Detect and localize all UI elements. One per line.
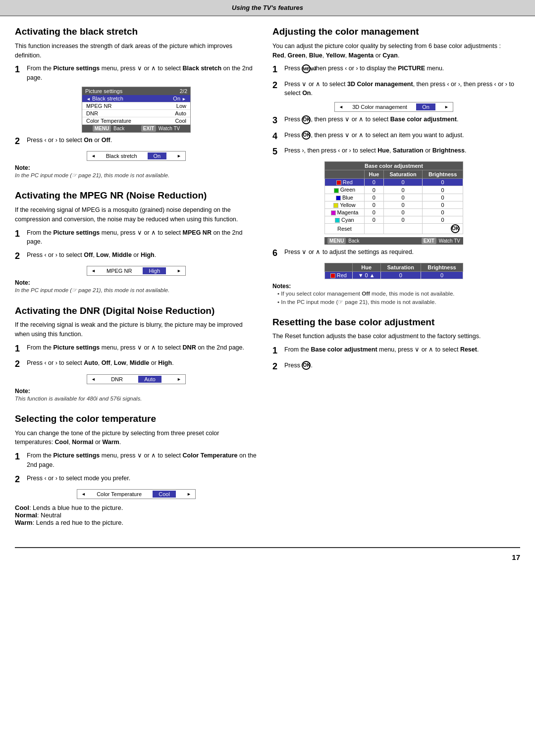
table-row-green: Green 0 0 0 bbox=[325, 186, 463, 194]
step-cm-2: 2 Press ∨ or ∧ to select 3D Color manage… bbox=[272, 80, 515, 99]
section-black-stretch: Activating the black stretch This functi… bbox=[15, 26, 258, 179]
step-text: Press ∨ or ∧ to select 3D Color manageme… bbox=[284, 80, 515, 99]
section-body-mpeg-nr: If the receiving signal of MPEG is a mos… bbox=[15, 205, 258, 224]
right-column: Adjusting the color management You can a… bbox=[272, 26, 515, 537]
step-num: 2 bbox=[15, 474, 24, 485]
table-title: Base color adjustment bbox=[325, 162, 463, 170]
step-text: Press OK, then press ∨ or ∧ to select Ba… bbox=[284, 115, 515, 124]
step-num: 2 bbox=[15, 251, 24, 262]
section-title-black-stretch: Activating the black stretch bbox=[15, 26, 258, 38]
menu-row-color-temp: Color Temperature Cool bbox=[82, 117, 190, 125]
section-body-black-stretch: This function increases the strength of … bbox=[15, 42, 258, 60]
step-cm-4: 4 Press OK, then press ∨ or ∧ to select … bbox=[272, 131, 515, 142]
section-body-color-temp: You can change the tone of the picture b… bbox=[15, 429, 258, 448]
step-text: Press ‹ or › to select Off, Low, Middle … bbox=[27, 251, 258, 260]
step-text: From the Picture settings menu, press ∨ … bbox=[27, 451, 258, 470]
left-column: Activating the black stretch This functi… bbox=[15, 26, 258, 537]
3d-color-mgmt-box: ◄ 3D Color management On ► bbox=[334, 102, 453, 112]
notes-color-management: Notes: • If you select color management … bbox=[272, 282, 515, 305]
step-text: From the Picture settings menu, press ∨ … bbox=[27, 228, 258, 247]
color-temp-select-box: ◄ Color Temperature Cool ► bbox=[77, 489, 196, 499]
section-color-management: Adjusting the color management You can a… bbox=[272, 26, 515, 306]
table-row-yellow: Yellow 0 0 0 bbox=[325, 201, 463, 208]
step-num: 3 bbox=[272, 115, 281, 126]
step-mpeg-nr-2: 2 Press ‹ or › to select Off, Low, Middl… bbox=[15, 251, 258, 262]
section-body-reset: The Reset function adjusts the base colo… bbox=[272, 332, 515, 341]
section-body-color-management: You can adjust the picture color quality… bbox=[272, 42, 515, 60]
step-num: 6 bbox=[272, 248, 281, 259]
page-number: 17 bbox=[0, 548, 535, 566]
black-stretch-select-box: ◄ Black stretch On ► bbox=[87, 151, 186, 161]
menu-footer: MENU Back EXIT Watch TV bbox=[82, 125, 190, 132]
menu-row-dnr: DNR Auto bbox=[82, 110, 190, 117]
step-text: From the Base color adjustment menu, pre… bbox=[284, 345, 515, 354]
menu-title: Picture settings 2/2 bbox=[82, 87, 190, 95]
menu-row-black-stretch: Black stretch On bbox=[82, 95, 190, 102]
step-text: From the Picture settings menu, press ∨ … bbox=[27, 64, 258, 83]
note-mpeg-nr: Note: In the PC input mode (☞ page 21), … bbox=[15, 279, 258, 294]
step-text: Press MENU, then press ‹ or › to display… bbox=[284, 64, 515, 73]
header-title: Using the TV's features bbox=[232, 4, 303, 11]
color-table-footer: MENU Back EXIT Watch TV bbox=[324, 237, 463, 245]
section-mpeg-nr: Activating the MPEG NR (Noise Reduction)… bbox=[15, 190, 258, 294]
section-color-temp: Selecting the color temperature You can … bbox=[15, 413, 258, 526]
section-body-dnr: If the receiving signal is weak and the … bbox=[15, 320, 258, 339]
step-num: 2 bbox=[272, 361, 281, 372]
step-text: Press ‹ or › to select Auto, Off, Low, M… bbox=[27, 358, 258, 368]
step-num: 2 bbox=[15, 358, 24, 370]
step-text: Press ‹ or › to select On or Off. bbox=[27, 136, 258, 145]
table-row-magenta: Magenta 0 0 0 bbox=[325, 208, 463, 216]
step-black-stretch-2: 2 Press ‹ or › to select On or Off. bbox=[15, 136, 258, 147]
step-num: 1 bbox=[272, 64, 281, 75]
menu-row-mpeg-nr: MPEG NR Low bbox=[82, 102, 190, 110]
page-header: Using the TV's features bbox=[0, 0, 535, 16]
picture-settings-menu: Picture settings 2/2 Black stretch On MP… bbox=[82, 87, 191, 133]
dnr-select-box: ◄ DNR Auto ► bbox=[87, 374, 186, 384]
step-reset-2: 2 Press OK. bbox=[272, 361, 515, 372]
section-title-mpeg-nr: Activating the MPEG NR (Noise Reduction) bbox=[15, 190, 258, 202]
step-text: Press OK, then press ∨ or ∧ to select an… bbox=[284, 131, 515, 140]
color-temp-descriptions: Cool: Lends a blue hue to the picture. N… bbox=[15, 504, 258, 526]
step-color-temp-2: 2 Press ‹ or › to select mode you prefer… bbox=[15, 474, 258, 485]
step-cm-3: 3 Press OK, then press ∨ or ∧ to select … bbox=[272, 115, 515, 126]
color-row-red: Red ▼ 0 ▲ 0 0 bbox=[325, 272, 463, 279]
step-num: 1 bbox=[15, 343, 24, 354]
section-reset-base-color: Resetting the base color adjustment The … bbox=[272, 317, 515, 372]
step-mpeg-nr-1: 1 From the Picture settings menu, press … bbox=[15, 228, 258, 247]
step-num: 2 bbox=[272, 80, 281, 91]
step-num: 5 bbox=[272, 146, 281, 157]
section-title-color-management: Adjusting the color management bbox=[272, 26, 515, 38]
step-cm-5: 5 Press ›, then press ‹ or › to select H… bbox=[272, 146, 515, 157]
step-text: Press ›, then press ‹ or › to select Hue… bbox=[284, 146, 515, 155]
step-text: Press ‹ or › to select mode you prefer. bbox=[27, 474, 258, 483]
step-cm-1: 1 Press MENU, then press ‹ or › to displ… bbox=[272, 64, 515, 75]
section-title-reset: Resetting the base color adjustment bbox=[272, 317, 515, 328]
step-num: 1 bbox=[15, 228, 24, 240]
table-row-reset: Reset OK bbox=[325, 223, 463, 234]
step-dnr-2: 2 Press ‹ or › to select Auto, Off, Low,… bbox=[15, 358, 258, 370]
step-num: 1 bbox=[15, 451, 24, 462]
step-black-stretch-1: 1 From the Picture settings menu, press … bbox=[15, 64, 258, 83]
step-dnr-1: 1 From the Picture settings menu, press … bbox=[15, 343, 258, 354]
step-reset-1: 1 From the Base color adjustment menu, p… bbox=[272, 345, 515, 356]
step-num: 1 bbox=[272, 345, 281, 356]
step-color-temp-1: 1 From the Picture settings menu, press … bbox=[15, 451, 258, 470]
step-num: 2 bbox=[15, 136, 24, 147]
mpeg-nr-select-box: ◄ MPEG NR High ► bbox=[87, 266, 186, 276]
step-text: Press OK. bbox=[284, 361, 515, 370]
table-row-red: Red 0 0 0 bbox=[325, 179, 463, 186]
base-color-adj-table-container: Base color adjustment Hue Saturation Bri… bbox=[320, 161, 468, 245]
step-text: Press ∨ or ∧ to adjust the settings as r… bbox=[284, 248, 515, 257]
note-dnr: Note: This function is available for 480… bbox=[15, 387, 258, 403]
step-text: From the Picture settings menu, press ∨ … bbox=[27, 343, 258, 353]
table-row-cyan: Cyan 0 0 0 bbox=[325, 216, 463, 223]
table-row-blue: Blue 0 0 0 bbox=[325, 194, 463, 201]
section-title-color-temp: Selecting the color temperature bbox=[15, 413, 258, 425]
section-dnr: Activating the DNR (Digital Noise Reduct… bbox=[15, 305, 258, 403]
step-num: 4 bbox=[272, 131, 281, 142]
color-row-select-container: Hue Saturation Brightness Red ▼ 0 ▲ 0 0 bbox=[320, 263, 468, 279]
step-cm-6: 6 Press ∨ or ∧ to adjust the settings as… bbox=[272, 248, 515, 259]
section-title-dnr: Activating the DNR (Digital Noise Reduct… bbox=[15, 305, 258, 317]
base-color-adj-table: Base color adjustment Hue Saturation Bri… bbox=[324, 161, 463, 234]
color-row-table: Hue Saturation Brightness Red ▼ 0 ▲ 0 0 bbox=[324, 263, 463, 279]
